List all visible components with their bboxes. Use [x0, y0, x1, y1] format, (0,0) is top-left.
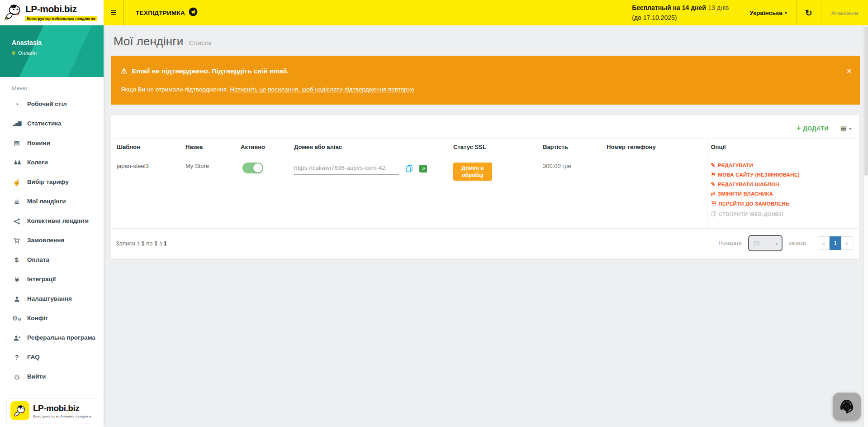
option-edit[interactable]: ✎ РЕДАГУВАТИ: [711, 163, 854, 168]
column-visibility-button[interactable]: ▦ ▾: [840, 124, 851, 132]
menu-section-label: Меню: [0, 77, 104, 94]
brand-tagline: Конструктор мобильных лендингов: [25, 16, 97, 21]
warning-icon: ⚠: [121, 67, 127, 75]
settings-user-icon: [12, 295, 22, 302]
telegram-icon: [189, 7, 198, 18]
support-chat-button[interactable]: [833, 393, 861, 421]
table-row: japan-steel3 My Store: [113, 155, 858, 229]
sidebar-item-config[interactable]: ⚙⚙ Конфіг: [0, 308, 104, 328]
language-selector[interactable]: Українська ▾: [740, 0, 796, 25]
option-go-to-orders[interactable]: ПЕРЕЙТИ ДО ЗАМОВЛЕНЬ: [711, 201, 854, 207]
news-icon: ▤: [12, 139, 22, 147]
topbar-yellow-strip: ≡ ТЕХПІДТРИМКА Бесплатный на 14 дней 13 …: [104, 0, 868, 25]
trial-plan: Бесплатный на 14 дней: [632, 4, 706, 11]
main-content: Мої лендінги Список ⚠ Email не підтвердж…: [104, 25, 868, 427]
cell-options: ✎ РЕДАГУВАТИ ⚑ МОВА САЙТУ (НЕЗМІНЮВАНЕ) …: [707, 155, 858, 229]
close-icon[interactable]: ×: [847, 67, 852, 75]
support-link[interactable]: ТЕХПІДТРИМКА: [123, 0, 209, 25]
scrollbar-thumb[interactable]: [864, 26, 868, 176]
cell-phone: [603, 155, 707, 229]
sidebar-footer-logo[interactable]: LP-mobi.biz Конструктор мобільних лендін…: [6, 398, 97, 423]
option-site-language[interactable]: ⚑ МОВА САЙТУ (НЕЗМІНЮВАНЕ): [711, 172, 854, 178]
sidebar-item-orders[interactable]: Замовлення: [0, 230, 104, 250]
pagination-prev-button[interactable]: «: [818, 236, 830, 250]
colleagues-icon: ♟♟: [12, 159, 22, 166]
col-name: Назва: [182, 139, 237, 155]
add-landing-button[interactable]: + ДОДАТИ: [797, 124, 829, 132]
support-label: ТЕХПІДТРИМКА: [136, 10, 185, 16]
question-icon: ?: [12, 354, 22, 361]
sidebar-item-dashboard[interactable]: ◔ Робочий стіл: [0, 94, 104, 114]
chevron-down-icon: ▾: [849, 126, 851, 131]
hamburger-icon[interactable]: ≡: [104, 0, 123, 25]
trial-until-date: (до 17.10.2025): [632, 14, 677, 21]
external-link-icon[interactable]: ↗: [419, 165, 427, 173]
footer-brand-tagline: Конструктор мобільних лендінгів: [33, 414, 91, 418]
sidebar-item-referral[interactable]: Реферальна програма: [0, 328, 104, 347]
clone-icon: [711, 211, 716, 217]
trial-status: Бесплатный на 14 дней 13 днів (до 17.10.…: [632, 3, 740, 22]
pagination-page-1[interactable]: 1: [830, 236, 841, 250]
sidebar-username: Anastasia: [12, 39, 104, 46]
resend-confirmation-link[interactable]: Натисніть це посилання, щоб надіслати пі…: [230, 86, 414, 93]
pagination-next-button[interactable]: »: [841, 236, 853, 250]
page-size-select[interactable]: 20 ▾: [748, 235, 783, 251]
brand-name: LP-mobi.biz: [25, 4, 77, 14]
alert-title: Email не підтверджено. Підтвердіть свій …: [132, 67, 289, 75]
brand-logo[interactable]: LP-mobi.biz Конструктор мобильных лендин…: [0, 0, 104, 25]
sidebar-item-statistics[interactable]: ▂▅▇ Статистика: [0, 114, 104, 133]
online-status-label: Онлайн: [18, 50, 37, 56]
sidebar-nav: ◔ Робочий стіл ▂▅▇ Статистика ▤ Новини ♟…: [0, 94, 104, 393]
sidebar-item-payment[interactable]: $ Оплата: [0, 250, 104, 269]
footer-brand-name: LP-mobi.biz: [33, 403, 91, 413]
dashboard-icon: ◔: [12, 101, 22, 108]
col-domain: Домен або аліас: [290, 139, 450, 155]
sidebar-item-my-landings[interactable]: ≣ Мої лендінги: [0, 192, 104, 211]
sidebar-item-colleagues[interactable]: ♟♟ Колеги: [0, 153, 104, 172]
integrations-plug-icon: [12, 275, 22, 283]
sidebar-item-tariff[interactable]: ☝ Вибір тарифу: [0, 172, 104, 192]
cell-template: japan-steel3: [113, 155, 182, 229]
option-change-owner[interactable]: ⇄ ЗМІНИТИ ВЛАСНИКА: [711, 191, 854, 197]
cell-domain: ↗: [290, 155, 450, 229]
dog-mascot-icon: [3, 2, 24, 23]
show-label: Показати: [718, 240, 741, 246]
active-toggle[interactable]: [242, 163, 263, 173]
sidebar-item-collective-landings[interactable]: Колективні лендінги: [0, 211, 104, 230]
scrollbar[interactable]: [863, 25, 868, 427]
col-phone: Номер телефону: [603, 139, 707, 155]
sidebar-item-settings[interactable]: Налаштування: [0, 289, 104, 308]
cell-name: My Store: [182, 155, 237, 229]
copy-icon[interactable]: [405, 165, 413, 173]
collective-landings-icon: [12, 217, 22, 224]
my-landings-icon: ≣: [12, 198, 22, 205]
landings-table: Шаблон Назва Активно Домен або аліас Ста…: [113, 139, 858, 229]
plus-icon: +: [797, 124, 801, 132]
option-edit-template[interactable]: ✎ РЕДАГУВАТИ ШАБЛОН: [711, 182, 854, 187]
email-alert-banner: ⚠ Email не підтверджено. Підтвердіть сві…: [111, 56, 860, 105]
cell-active: [237, 155, 290, 229]
domain-input[interactable]: [294, 163, 399, 175]
col-options: Опції: [707, 139, 858, 155]
col-price: Вартість: [539, 139, 603, 155]
col-template: Шаблон: [113, 139, 182, 155]
page-title: Мої лендінги: [114, 34, 183, 48]
ssl-status-badge: Домен в обробці: [453, 163, 492, 181]
grid-icon: ▦: [840, 124, 847, 132]
cell-price: 300.00 грн: [539, 155, 603, 229]
col-ssl-status: Статус SSL: [450, 139, 539, 155]
sidebar-item-faq[interactable]: ? FAQ: [0, 347, 104, 367]
dog-mascot-icon: [10, 401, 29, 420]
language-label: Українська: [749, 10, 782, 16]
statistics-icon: ▂▅▇: [12, 121, 22, 126]
option-create-web-domain: СТВОРИТИ WEB-ДОМЕН: [711, 211, 854, 217]
page-subtitle: Список: [189, 39, 212, 47]
sidebar-item-logout[interactable]: Вийти: [0, 367, 104, 386]
topbar-username[interactable]: Anastasia: [821, 10, 868, 16]
table-header-row: Шаблон Назва Активно Домен або аліас Ста…: [113, 139, 858, 155]
sidebar-item-integrations[interactable]: Інтеграції: [0, 269, 104, 289]
online-dot: [12, 51, 15, 55]
refresh-icon[interactable]: ↻: [796, 0, 821, 25]
sidebar-item-news[interactable]: ▤ Новини: [0, 133, 104, 153]
app-window: LP-mobi.biz Конструктор мобильных лендин…: [0, 0, 868, 427]
